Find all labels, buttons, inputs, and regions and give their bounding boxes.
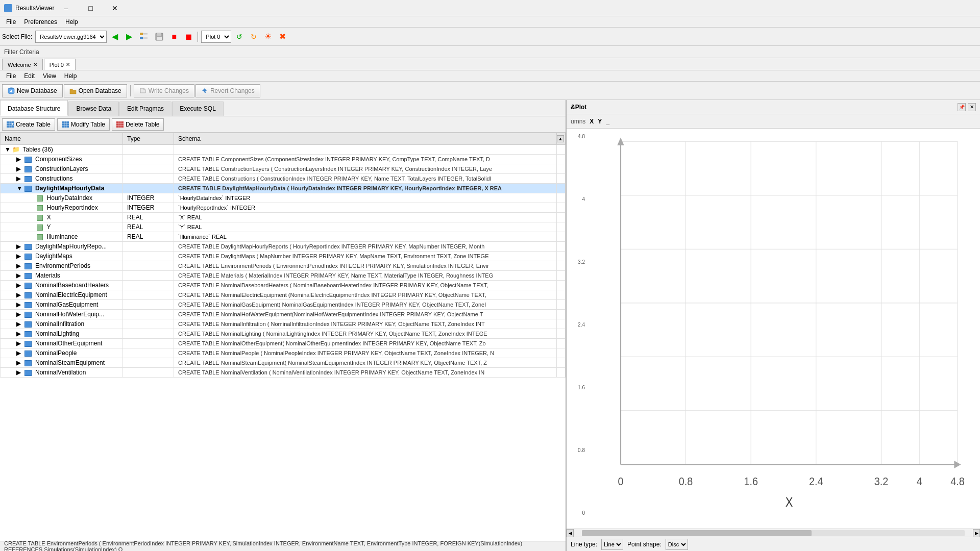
row-nominal-baseboard[interactable]: ▶ NominalBaseboardHeaters CREATE TABLE N… [1,281,566,290]
row-constructions[interactable]: ▶ Constructions CREATE TABLE Constructio… [1,174,566,184]
row-col-illuminance[interactable]: Illuminance REAL `Illuminance` REAL [1,232,566,242]
new-database-button[interactable]: New Database [2,84,63,97]
nse-expand[interactable]: ▶ [16,359,22,366]
tab-database-structure[interactable]: Database Structure [0,100,68,116]
row-nominal-people[interactable]: ▶ NominalPeople CREATE TABLE NominalPeop… [1,348,566,358]
row-component-sizes[interactable]: ▶ ComponentSizes CREATE TABLE ComponentS… [1,155,566,164]
np-expand[interactable]: ▶ [16,349,22,357]
tab-plot0[interactable]: Plot 0 ✕ [44,59,76,70]
row-daylight-map-hourly-data[interactable]: ▼ DaylightMapHourlyData CREATE TABLE Day… [1,184,566,193]
db-menu-help[interactable]: Help [60,71,81,81]
plot-select[interactable]: Plot 0 [201,31,231,43]
row-col-x[interactable]: X REAL `X` REAL [1,213,566,222]
row-col-hourly-data-index[interactable]: HourlyDataIndex INTEGER `HourlyDataIndex… [1,193,566,203]
database-table[interactable]: Name Type Schema ▲ ▼ [0,133,566,541]
filter-criteria-label: Filter Criteria [4,48,39,56]
menu-file[interactable]: File [2,17,20,27]
row-nominal-electric[interactable]: ▶ NominalElectricEquipment CREATE TABLE … [1,290,566,300]
row-materials[interactable]: ▶ Materials CREATE TABLE Materials ( Mat… [1,271,566,281]
schema-table: Name Type Schema ▲ ▼ [0,133,566,378]
db-menu-view[interactable]: View [39,71,60,81]
tab-edit-pragmas[interactable]: Edit Pragmas [119,102,172,116]
row-col-y[interactable]: Y REAL `Y` REAL [1,222,566,232]
delete-table-button[interactable]: Delete Table [112,118,164,131]
plot-refresh-button[interactable]: ↺ [233,31,246,43]
nee-expand[interactable]: ▶ [16,291,22,298]
ni-expand[interactable]: ▶ [16,320,22,328]
create-table-button[interactable]: Create Table [2,118,55,131]
tab-welcome[interactable]: Welcome ✕ [2,59,43,70]
nl-expand[interactable]: ▶ [16,330,22,337]
write-changes-button[interactable]: Write Changes [134,84,194,97]
component-sizes-expand[interactable]: ▶ [16,156,22,163]
point-shape-select[interactable]: Disc [666,539,688,550]
plot-header-controls: 📌 ✕ [958,103,976,111]
row-nominal-hotwater[interactable]: ▶ NominalHotWaterEquip... CREATE TABLE N… [1,310,566,319]
plot-down-button[interactable]: ↻ [248,31,260,43]
dmhr-expand[interactable]: ▶ [16,243,22,250]
mat-expand[interactable]: ▶ [16,272,22,279]
dm-expand[interactable]: ▶ [16,253,22,260]
plot-close-button[interactable]: ✕ [968,103,976,111]
modify-table-button[interactable]: Modify Table [57,118,110,131]
h-scroll-left-button[interactable]: ◀ [567,529,574,537]
col-x-scroll [557,213,566,222]
plot-stop-orange-button[interactable]: ☀ [262,31,274,43]
svg-text:0: 0 [618,474,623,488]
row-nominal-other[interactable]: ▶ NominalOtherEquipment CREATE TABLE Nom… [1,339,566,348]
constructions-icon [24,176,32,182]
row-col-hourly-report-index[interactable]: HourlyReportIndex INTEGER `HourlyReportI… [1,203,566,213]
row-environment-periods[interactable]: ▶ EnvironmentPeriods CREATE TABLE Enviro… [1,261,566,271]
tab-browse-data[interactable]: Browse Data [68,102,119,116]
row-nominal-steam[interactable]: ▶ NominalSteamEquipment CREATE TABLE Nom… [1,358,566,368]
select-file-dropdown[interactable]: ResultsViewer.gg9164 [35,31,107,43]
open-database-button[interactable]: Open Database [64,84,127,97]
filter-criteria-bar: Filter Criteria [0,46,980,58]
h-scroll-right-button[interactable]: ▶ [973,529,980,537]
plot-pin-button[interactable]: 📌 [958,103,966,111]
row-construction-layers[interactable]: ▶ ConstructionLayers CREATE TABLE Constr… [1,164,566,174]
menu-preferences[interactable]: Preferences [20,17,61,27]
menu-help[interactable]: Help [61,17,82,27]
revert-changes-button[interactable]: Revert Changes [195,84,260,97]
line-type-select[interactable]: Line [601,539,623,550]
construction-layers-expand[interactable]: ▶ [16,165,22,172]
tab-execute-sql[interactable]: Execute SQL [172,102,224,116]
noe-expand[interactable]: ▶ [16,340,22,347]
stop-red-button[interactable]: ■ [168,31,180,43]
row-daylight-maps[interactable]: ▶ DaylightMaps CREATE TABLE DaylightMaps… [1,252,566,261]
ep-expand[interactable]: ▶ [16,262,22,269]
nge-expand[interactable]: ▶ [16,301,22,308]
tab-plot0-close[interactable]: ✕ [66,62,70,67]
h-scroll-thumb[interactable] [582,530,812,536]
stop2-red-button[interactable]: ◼ [182,31,194,43]
col-header-schema: Schema [174,133,557,145]
constructions-expand[interactable]: ▶ [16,175,22,182]
nav-forward-button[interactable]: ▶ [123,31,135,43]
nv-expand[interactable]: ▶ [16,369,22,376]
h-scrollbar[interactable]: ◀ ▶ [567,529,980,537]
nhw-expand[interactable]: ▶ [16,311,22,318]
db-menu-file[interactable]: File [2,71,20,81]
db-menu-edit[interactable]: Edit [20,71,39,81]
tables-group-row[interactable]: ▼ 📁 Tables (36) [1,145,566,155]
y-tick-24: 2.4 [578,322,585,328]
tables-schema-cell [174,145,557,155]
row-nominal-ventilation[interactable]: ▶ NominalVentilation CREATE TABLE Nomina… [1,368,566,378]
row-dmhr[interactable]: ▶ DaylightMapHourlyRepo... CREATE TABLE … [1,242,566,252]
dmhd-expand[interactable]: ▼ [16,185,22,192]
nav-back-button[interactable]: ◀ [109,31,121,43]
nbh-expand[interactable]: ▶ [16,282,22,289]
row-nominal-lighting[interactable]: ▶ NominalLighting CREATE TABLE NominalLi… [1,329,566,339]
tables-expand-arrow[interactable]: ▼ [5,146,11,153]
h-scroll-track[interactable] [582,530,965,536]
row-nominal-gas[interactable]: ▶ NominalGasEquipment CREATE TABLE Nomin… [1,300,566,310]
nav-tree-button[interactable] [137,31,151,43]
plot-clear-button[interactable]: ✖ [276,31,288,43]
close-button[interactable]: ✕ [103,0,127,16]
minimize-button[interactable]: – [54,0,78,16]
row-nominal-infiltration[interactable]: ▶ NominalInfiltration CREATE TABLE Nomin… [1,319,566,329]
tab-welcome-close[interactable]: ✕ [33,62,37,67]
maximize-button[interactable]: □ [79,0,102,16]
nav-disk-button[interactable] [153,31,166,43]
